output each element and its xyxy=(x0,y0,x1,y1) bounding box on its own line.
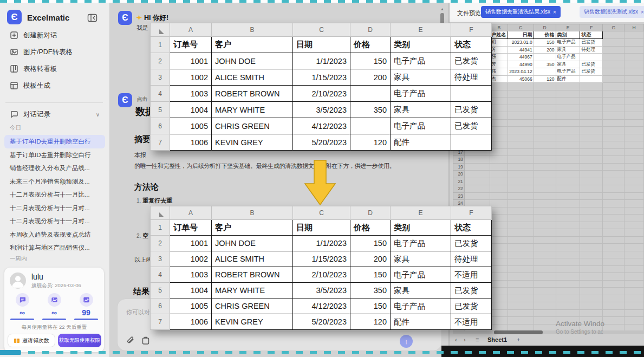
cell[interactable] xyxy=(534,178,556,185)
cell[interactable] xyxy=(508,273,534,281)
cell[interactable] xyxy=(556,295,580,302)
cell[interactable] xyxy=(580,148,603,156)
cell[interactable] xyxy=(490,236,508,244)
cell[interactable] xyxy=(508,90,534,98)
cell[interactable] xyxy=(603,105,625,112)
cell[interactable]: 电子产品 xyxy=(556,68,580,76)
cell[interactable] xyxy=(490,295,508,302)
column-header[interactable]: G xyxy=(603,24,625,31)
cell[interactable] xyxy=(580,163,603,171)
cell[interactable] xyxy=(603,31,625,39)
cell[interactable] xyxy=(603,171,625,178)
history-item[interactable]: 基于订单ID去重并删除空白行 xyxy=(4,148,105,162)
column-header[interactable]: H xyxy=(625,24,644,31)
cell[interactable] xyxy=(580,244,603,251)
cell[interactable] xyxy=(625,75,644,83)
cell[interactable] xyxy=(556,127,580,134)
cell[interactable] xyxy=(625,295,644,302)
cell[interactable] xyxy=(580,54,603,61)
cell[interactable] xyxy=(580,229,603,237)
cell[interactable] xyxy=(490,112,508,120)
cell[interactable] xyxy=(625,39,644,47)
cell[interactable]: 电子产品 xyxy=(556,39,580,47)
sidebar-item-1[interactable]: 图片/PDF转表格 xyxy=(4,44,105,60)
history-item[interactable]: 基于订单ID去重并删除空白行 xyxy=(4,135,105,148)
cell[interactable] xyxy=(625,68,644,76)
cell[interactable] xyxy=(490,83,508,90)
add-sheet-icon[interactable]: + xyxy=(517,336,520,343)
cell[interactable] xyxy=(534,127,556,134)
cell[interactable] xyxy=(556,98,580,105)
cell[interactable] xyxy=(534,105,556,112)
cell[interactable] xyxy=(580,192,603,200)
cell[interactable] xyxy=(490,317,508,324)
sheet-tab[interactable]: Sheet1 xyxy=(487,336,507,343)
cell[interactable] xyxy=(490,280,508,288)
cell[interactable] xyxy=(534,54,556,61)
cell[interactable] xyxy=(534,288,556,295)
cell[interactable] xyxy=(625,31,644,39)
cell[interactable] xyxy=(603,83,625,90)
row-number[interactable]: 22 xyxy=(453,185,465,193)
cell[interactable] xyxy=(603,127,625,134)
history-item[interactable]: 未来三个月净销售额预测及... xyxy=(4,175,105,189)
history-item[interactable]: 十二月表现分析与十一月对... xyxy=(4,202,105,215)
cell[interactable] xyxy=(556,112,580,120)
cell[interactable] xyxy=(580,236,603,244)
cell[interactable]: 44990 xyxy=(508,61,534,68)
cell[interactable] xyxy=(534,192,556,200)
row-number[interactable]: 20 xyxy=(453,171,465,178)
cell[interactable] xyxy=(464,178,490,185)
sheet-nav-next-icon[interactable]: › xyxy=(464,336,466,343)
cell[interactable]: 已发货 xyxy=(580,61,603,68)
cell[interactable]: 家具 xyxy=(556,61,580,68)
cell[interactable] xyxy=(490,134,508,141)
cell[interactable] xyxy=(534,295,556,302)
cell[interactable] xyxy=(603,119,625,127)
cell[interactable] xyxy=(625,265,644,273)
cell[interactable] xyxy=(490,324,508,330)
cell[interactable] xyxy=(534,171,556,178)
row-number[interactable]: 18 xyxy=(453,156,465,164)
cell[interactable]: 120 xyxy=(534,75,556,83)
cell[interactable] xyxy=(625,200,644,207)
cell[interactable] xyxy=(603,46,625,54)
cell[interactable] xyxy=(464,156,490,164)
cell[interactable] xyxy=(556,148,580,156)
prompt-template-icon[interactable] xyxy=(141,336,151,346)
cell[interactable] xyxy=(580,200,603,207)
preview-tab-1[interactable]: 销售数据清洗测试.xlsx× xyxy=(580,6,644,18)
cell[interactable] xyxy=(556,215,580,222)
cell[interactable] xyxy=(625,207,644,215)
cell[interactable] xyxy=(556,280,580,288)
cell[interactable] xyxy=(490,222,508,229)
cell[interactable]: 200 xyxy=(534,46,556,54)
cell[interactable] xyxy=(556,83,580,90)
cell[interactable] xyxy=(625,127,644,134)
cell[interactable] xyxy=(556,207,580,215)
cell[interactable]: 伟 xyxy=(490,68,508,76)
cell[interactable]: 价格 xyxy=(534,31,556,39)
cell[interactable] xyxy=(534,229,556,237)
cell[interactable] xyxy=(580,156,603,164)
cell[interactable] xyxy=(625,317,644,324)
cell[interactable] xyxy=(556,171,580,178)
cell[interactable] xyxy=(490,90,508,98)
cell[interactable]: 已发货 xyxy=(580,68,603,76)
cell[interactable] xyxy=(508,295,534,302)
cell[interactable] xyxy=(490,207,508,215)
cell[interactable] xyxy=(580,295,603,302)
sidebar-item-0[interactable]: 创建新对话 xyxy=(4,28,105,43)
cell[interactable] xyxy=(534,236,556,244)
cell[interactable]: 45066 xyxy=(508,75,534,83)
cell[interactable] xyxy=(534,317,556,324)
send-button[interactable]: ↑ xyxy=(400,335,413,348)
cell[interactable] xyxy=(508,185,534,193)
cell[interactable] xyxy=(580,185,603,193)
cell[interactable] xyxy=(490,309,508,317)
cell[interactable] xyxy=(556,302,580,310)
scroll-up-icon[interactable]: ▲ xyxy=(440,7,444,11)
cell[interactable] xyxy=(603,215,625,222)
cell[interactable] xyxy=(534,163,556,171)
sidebar-item-2[interactable]: 表格转看板 xyxy=(4,61,105,76)
